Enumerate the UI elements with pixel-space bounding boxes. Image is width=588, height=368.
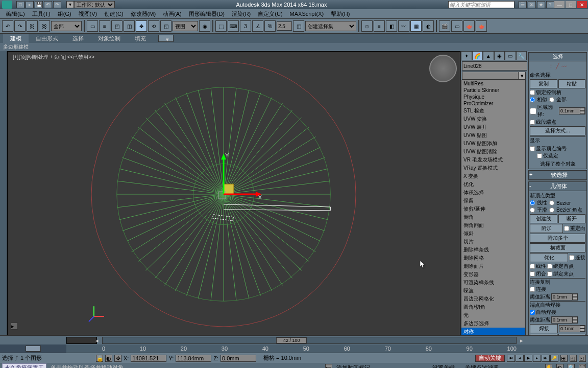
lock-handles-checkbox[interactable] [530, 90, 535, 95]
menu-graph-editors[interactable]: 图形编辑器(D) [186, 10, 228, 18]
modifier-item[interactable]: 圆角/切角 [461, 303, 525, 311]
set-key-button[interactable]: 设置关键 [429, 364, 458, 369]
attach-mult-button[interactable]: 附加多个 [530, 234, 585, 243]
favorites-icon[interactable]: ★ [537, 1, 545, 8]
refine-button[interactable]: 优化 [530, 253, 568, 262]
select-move-button[interactable]: ✥ [136, 20, 147, 32]
isolate-icon[interactable]: ◐ [105, 355, 112, 362]
nav-pan-icon[interactable]: ✋ [545, 364, 552, 368]
menu-modifiers[interactable]: 修改器(M) [128, 10, 159, 18]
weld-spinner[interactable] [559, 325, 585, 332]
undo-icon[interactable]: ↶ [44, 1, 52, 8]
linear-checkbox[interactable] [530, 264, 535, 269]
slider-track[interactable]: ◂ 42 / 100 ▸ [102, 337, 517, 344]
modifier-item[interactable]: Physique [461, 94, 525, 100]
select-scale-button[interactable]: ◱ [160, 20, 172, 32]
viewcube[interactable] [429, 55, 457, 82]
unlink-button[interactable]: ⛓̸ [39, 20, 50, 32]
auto-key-button[interactable]: 自动关键 [475, 355, 505, 362]
y-coord-field[interactable]: 113.84mm [176, 355, 211, 362]
auto-weld-checkbox[interactable] [530, 310, 535, 315]
render-iterative-button[interactable]: 🫖 [476, 20, 487, 32]
tab-selection[interactable]: 选择 [65, 34, 91, 43]
nav-zoom-icon[interactable]: 🔍 [568, 364, 575, 368]
script-listener-icon[interactable]: ▭ [325, 364, 332, 368]
hierarchy-tab-icon[interactable]: ▲ [483, 51, 494, 60]
use-center-button[interactable]: ◉ [199, 20, 210, 32]
spinner-snap-field[interactable]: 2.5 [277, 21, 292, 31]
segment-end-checkbox[interactable] [530, 120, 535, 125]
rollout-title[interactable]: -几何体 [529, 182, 586, 191]
selection-filter-dropdown[interactable]: 全部 [51, 21, 82, 31]
copy-button[interactable]: 复制 [530, 79, 557, 88]
paste-button[interactable]: 粘贴 [558, 79, 586, 88]
ribbon-toggle-icon[interactable]: ▾ [158, 35, 174, 42]
modifier-item[interactable]: UVW 变换 [461, 115, 525, 123]
maximize-button[interactable]: □ [566, 1, 576, 8]
mirror-button[interactable]: ⎅ [361, 20, 373, 32]
time-slider[interactable]: ◂ 42 / 100 ▸ [0, 335, 588, 344]
select-object-button[interactable]: ▭ [87, 20, 98, 32]
help-icon[interactable]: ? [546, 1, 554, 8]
undo-button[interactable]: ↶ [2, 20, 13, 32]
modifier-item[interactable]: 切片 [461, 238, 525, 246]
menu-group[interactable]: 组(G) [55, 10, 75, 18]
modifier-item[interactable]: 删除样条线 [461, 246, 525, 254]
bind-last-checkbox[interactable] [547, 271, 552, 277]
bezier-radio[interactable] [549, 200, 554, 205]
modifier-item[interactable]: UVW 展开 [461, 123, 525, 131]
reorient-checkbox[interactable] [564, 226, 569, 231]
modifier-dropdown[interactable]: ▾ [462, 72, 526, 80]
select-by-name-button[interactable]: ≡ [99, 20, 110, 32]
area-select-checkbox[interactable] [530, 108, 536, 114]
modifier-item[interactable]: 四边形网格化 [461, 295, 525, 303]
close-button[interactable]: ✕ [577, 1, 587, 8]
nav-max-icon[interactable]: ⛶ [579, 364, 586, 368]
bezier-corner-radio[interactable] [549, 208, 554, 213]
modifier-item[interactable]: Particle Skinner [461, 87, 525, 94]
modifier-item[interactable]: 可渲染样条线 [461, 279, 525, 287]
schematic-view-button[interactable]: ▦ [410, 20, 422, 32]
modifier-list[interactable]: MultiResParticle SkinnerPhysiqueProOptim… [461, 80, 526, 335]
next-frame-icon[interactable]: ▸ [533, 355, 541, 362]
render-production-button[interactable]: 🫖 [463, 20, 475, 32]
rollout-title[interactable]: +软选择 [529, 171, 586, 180]
viewport[interactable]: [+][顶][明暗处理 + 边面] <<已禁用>> [7, 51, 460, 335]
project-button[interactable]: ▾ [66, 1, 74, 8]
ref-coord-dropdown[interactable]: 全部视图 [173, 21, 198, 31]
menu-maxscript[interactable]: MAXScript(X) [287, 11, 327, 17]
viewport-expand-icon[interactable]: ▸ [11, 323, 18, 330]
menu-views[interactable]: 视图(V) [76, 10, 101, 18]
x-coord-field[interactable]: 14091.521 [131, 355, 166, 362]
create-line-button[interactable]: 创建线 [530, 214, 557, 223]
key-filters-button[interactable]: 关键点过滤器... [462, 364, 506, 369]
menu-edit[interactable]: 编辑(E) [3, 10, 28, 18]
prev-frame-icon[interactable]: ◂ [516, 355, 524, 362]
tab-populate[interactable]: 填充 [128, 34, 153, 43]
cross-section-button[interactable]: 横截面 [530, 243, 585, 252]
tab-object-paint[interactable]: 对象绘制 [91, 34, 128, 43]
modifier-item[interactable]: 对称 [461, 328, 525, 335]
nav-icon[interactable]: ⊡ [579, 355, 586, 362]
material-editor-button[interactable]: ◐ [423, 20, 434, 32]
modifier-item[interactable]: 多边形选择 [461, 319, 525, 328]
area-select-spinner[interactable] [559, 107, 585, 114]
break-button[interactable]: 断开 [558, 214, 586, 223]
subscription-icon[interactable]: ☰ [519, 1, 527, 8]
attach-button[interactable]: 附加 [530, 224, 563, 233]
nav-icon[interactable]: ⊞ [560, 355, 568, 362]
subobj-spline-icon[interactable]: 〰 [561, 63, 567, 70]
weld-button[interactable]: 焊接 [530, 324, 558, 333]
modifier-item[interactable]: 倾斜 [461, 229, 525, 238]
nav-icon[interactable]: ◰ [570, 355, 577, 362]
align-button[interactable]: ≡ [374, 20, 385, 32]
modifier-item[interactable]: 删除网格 [461, 254, 525, 262]
track-bar-icon[interactable] [0, 344, 66, 353]
modify-tab-icon[interactable]: 🌈 [472, 51, 483, 60]
weld-threshold-spinner[interactable] [551, 316, 578, 324]
connect-copy-checkbox[interactable] [530, 287, 535, 292]
selected-only-checkbox[interactable] [537, 153, 542, 158]
goto-end-icon[interactable]: ⏭ [542, 355, 550, 362]
nav-orbit-icon[interactable]: ⟲ [556, 364, 564, 368]
keyboard-shortcut-button[interactable]: ⌨ [228, 20, 239, 32]
